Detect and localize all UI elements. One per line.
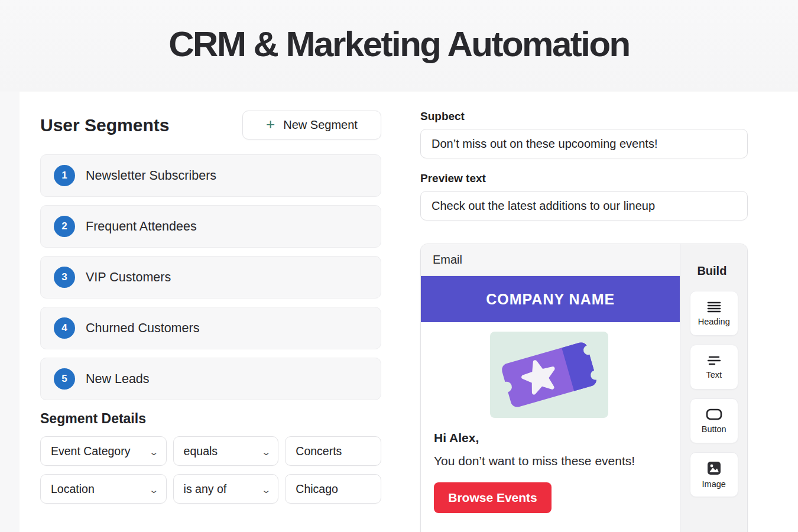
filter-field-select[interactable]: Event Category ⌄: [40, 436, 167, 466]
filter-row: Location ⌄ is any of ⌄ Chicago: [40, 474, 381, 504]
block-label: Image: [702, 479, 726, 489]
segment-label: Frequent Attendees: [86, 219, 197, 234]
filter-operator-value: is any of: [184, 482, 227, 496]
new-segment-label: New Segment: [283, 118, 358, 132]
segment-item-new-leads[interactable]: 5 New Leads: [40, 358, 381, 400]
block-list: Heading Text: [690, 291, 738, 497]
filter-operator-select[interactable]: is any of ⌄: [173, 474, 279, 504]
subject-label: Supbect: [420, 110, 465, 123]
block-image[interactable]: Image: [690, 452, 738, 497]
browse-events-button[interactable]: Browse Events: [434, 482, 552, 513]
heading-icon: [707, 301, 721, 313]
plus-icon: +: [266, 116, 275, 132]
email-preview-pane: Email COMPANY NAME: [421, 244, 680, 532]
segment-label: Newsletter Subscribers: [86, 168, 216, 183]
email-tab[interactable]: Email: [433, 253, 462, 267]
email-tabbar: Email: [421, 244, 680, 276]
block-button[interactable]: Button: [690, 398, 738, 443]
segment-filters: Event Category ⌄ equals ⌄ Concerts Locat…: [40, 436, 381, 512]
chevron-down-icon: ⌄: [149, 447, 159, 456]
new-segment-button[interactable]: + New Segment: [242, 111, 381, 140]
segments-header: User Segments + New Segment: [40, 111, 381, 140]
block-heading[interactable]: Heading: [690, 291, 738, 336]
chevron-down-icon: ⌄: [149, 485, 159, 494]
filter-value-input[interactable]: Concerts: [285, 436, 381, 466]
segment-label: New Leads: [86, 372, 150, 387]
block-label: Button: [702, 424, 726, 434]
build-panel-title: Build: [697, 264, 726, 278]
segment-number-badge: 3: [54, 267, 75, 288]
filter-value-text: Concerts: [296, 445, 342, 458]
segment-label: Churned Customers: [86, 321, 199, 336]
email-greeting: Hi Alex,: [434, 431, 667, 445]
page-title: CRM & Marketing Automation: [0, 24, 798, 64]
segment-item-newsletter-subscribers[interactable]: 1 Newsletter Subscribers: [40, 154, 381, 197]
chevron-down-icon: ⌄: [261, 485, 271, 494]
segment-number-badge: 2: [54, 216, 75, 237]
image-icon: [707, 461, 721, 475]
segment-item-churned-customers[interactable]: 4 Churned Customers: [40, 307, 381, 349]
filter-field-value: Location: [51, 482, 95, 496]
segment-number-badge: 5: [54, 368, 75, 390]
main-content: User Segments + New Segment 1 Newsletter…: [20, 92, 798, 532]
chevron-down-icon: ⌄: [261, 447, 271, 456]
segment-number-badge: 1: [54, 165, 75, 186]
company-name-text: COMPANY NAME: [486, 291, 615, 308]
email-body: Hi Alex, You don’t want to miss these ev…: [421, 322, 680, 532]
segment-item-frequent-attendees[interactable]: 2 Frequent Attendees: [40, 205, 381, 248]
user-segments-panel: User Segments + New Segment 1 Newsletter…: [40, 92, 402, 532]
subject-input[interactable]: [420, 129, 748, 158]
text-icon: [707, 355, 721, 366]
filter-field-select[interactable]: Location ⌄: [40, 474, 167, 504]
preview-text-input[interactable]: [420, 191, 748, 220]
block-text[interactable]: Text: [690, 345, 738, 390]
segment-label: VIP Customers: [86, 270, 171, 285]
header-band: CRM & Marketing Automation: [0, 0, 798, 92]
filter-operator-value: equals: [184, 445, 218, 458]
block-label: Text: [706, 370, 722, 379]
company-name-banner[interactable]: COMPANY NAME: [421, 276, 680, 322]
filter-field-value: Event Category: [51, 445, 130, 458]
segment-details-title: Segment Details: [40, 411, 146, 427]
email-body-text: You don’t want to miss these events!: [434, 454, 667, 468]
preview-text-label: Preview text: [420, 172, 486, 185]
block-label: Heading: [698, 317, 730, 326]
filter-value-input[interactable]: Chicago: [285, 474, 381, 504]
segment-number-badge: 4: [54, 317, 75, 339]
email-builder: Email COMPANY NAME: [420, 244, 748, 532]
ticket-icon: [490, 332, 608, 418]
filter-row: Event Category ⌄ equals ⌄ Concerts: [40, 436, 381, 466]
segment-item-vip-customers[interactable]: 3 VIP Customers: [40, 256, 381, 299]
build-panel: Build Heading: [680, 244, 747, 532]
segment-list: 1 Newsletter Subscribers 2 Frequent Atte…: [40, 154, 381, 408]
filter-operator-select[interactable]: equals ⌄: [173, 436, 279, 466]
button-icon: [706, 408, 722, 420]
ticket-illustration[interactable]: [490, 332, 608, 418]
filter-value-text: Chicago: [296, 482, 338, 496]
